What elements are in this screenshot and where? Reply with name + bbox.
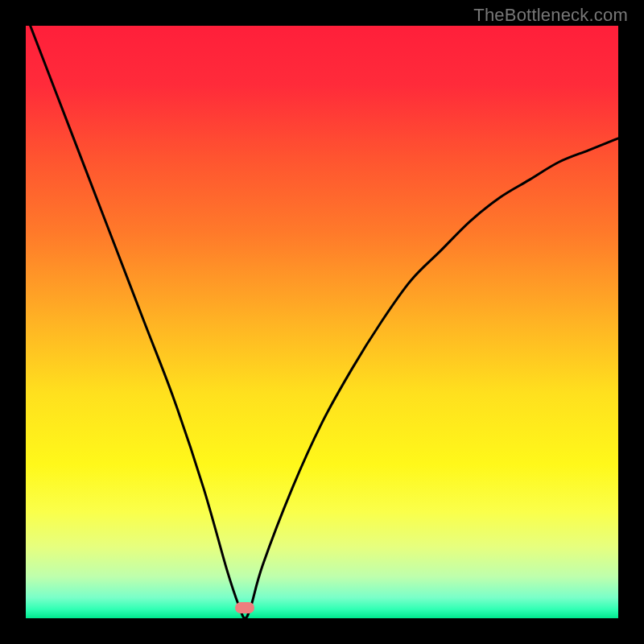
bottleneck-curve	[26, 26, 618, 618]
chart-frame: TheBottleneck.com	[0, 0, 644, 644]
optimal-marker	[235, 602, 254, 613]
watermark-text: TheBottleneck.com	[473, 5, 628, 26]
plot-area	[26, 26, 618, 618]
